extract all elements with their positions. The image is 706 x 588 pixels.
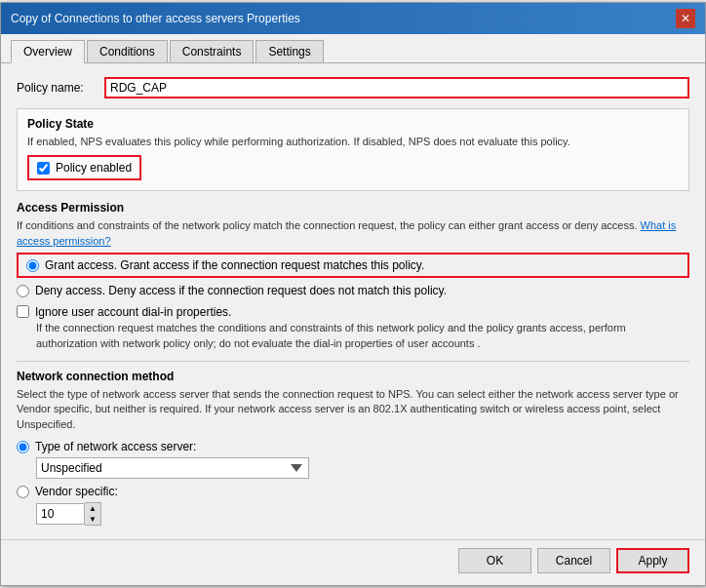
ignore-label: Ignore user account dial-in properties.: [35, 305, 231, 319]
title-bar: Copy of Connections to other access serv…: [1, 3, 705, 34]
cancel-button[interactable]: Cancel: [537, 548, 610, 573]
policy-enabled-label[interactable]: Policy enabled: [27, 155, 141, 180]
dialog-window: Copy of Connections to other access serv…: [0, 2, 706, 586]
vendor-spinner-row: ▲ ▼: [36, 502, 689, 526]
vendor-label: Vendor specific:: [35, 485, 118, 498]
type-radio-row: Type of network access server:: [17, 440, 689, 453]
content-area: Policy name: Policy State If enabled, NP…: [1, 63, 705, 539]
policy-name-row: Policy name:: [17, 77, 689, 98]
policy-name-input[interactable]: [104, 77, 689, 98]
access-permission-section: Access Permission If conditions and cons…: [17, 201, 689, 351]
network-connection-section: Network connection method Select the typ…: [17, 370, 689, 526]
access-permission-title: Access Permission: [17, 201, 689, 215]
policy-enabled-text: Policy enabled: [56, 161, 132, 175]
tab-overview[interactable]: Overview: [11, 40, 85, 63]
grant-access-label: Grant access. Grant access if the connec…: [45, 258, 424, 272]
spinner-up-button[interactable]: ▲: [85, 503, 100, 514]
ignore-checkbox[interactable]: [17, 305, 29, 318]
divider: [17, 361, 689, 362]
ignore-checkbox-row: Ignore user account dial-in properties.: [17, 305, 689, 319]
vendor-spinner-input[interactable]: [36, 503, 85, 525]
grant-access-radio[interactable]: [26, 259, 39, 272]
spinner-buttons: ▲ ▼: [85, 502, 101, 526]
button-row: OK Cancel Apply: [1, 539, 705, 585]
grant-access-radio-row: Grant access. Grant access if the connec…: [17, 253, 689, 278]
policy-name-label: Policy name:: [17, 81, 104, 95]
network-connection-desc: Select the type of network access server…: [17, 387, 689, 432]
type-dropdown-row: Unspecified: [36, 457, 689, 479]
type-radio[interactable]: [17, 441, 29, 453]
vendor-radio-row: Vendor specific:: [17, 485, 689, 498]
deny-access-radio[interactable]: [17, 285, 29, 297]
policy-state-section: Policy State If enabled, NPS evaluates t…: [17, 108, 689, 191]
tab-conditions[interactable]: Conditions: [87, 40, 168, 62]
policy-enabled-checkbox[interactable]: [37, 162, 50, 175]
ok-button[interactable]: OK: [458, 548, 531, 573]
deny-access-radio-row: Deny access. Deny access if the connecti…: [17, 282, 689, 299]
apply-button[interactable]: Apply: [616, 548, 689, 573]
policy-state-title: Policy State: [27, 117, 679, 131]
tab-settings[interactable]: Settings: [255, 40, 323, 62]
vendor-radio[interactable]: [17, 486, 29, 498]
deny-access-label: Deny access. Deny access if the connecti…: [35, 284, 447, 297]
type-dropdown[interactable]: Unspecified: [36, 457, 309, 479]
dialog-title: Copy of Connections to other access serv…: [11, 12, 300, 25]
access-permission-desc: If conditions and constraints of the net…: [17, 218, 689, 249]
tab-constraints[interactable]: Constraints: [170, 40, 255, 62]
ignore-desc: If the connection request matches the co…: [36, 321, 689, 351]
type-label: Type of network access server:: [35, 440, 196, 453]
network-connection-title: Network connection method: [17, 370, 689, 383]
close-button[interactable]: ✕: [676, 9, 695, 28]
tab-bar: Overview Conditions Constraints Settings: [1, 34, 705, 63]
spinner-down-button[interactable]: ▼: [85, 514, 100, 525]
policy-state-desc: If enabled, NPS evaluates this policy wh…: [27, 135, 679, 149]
